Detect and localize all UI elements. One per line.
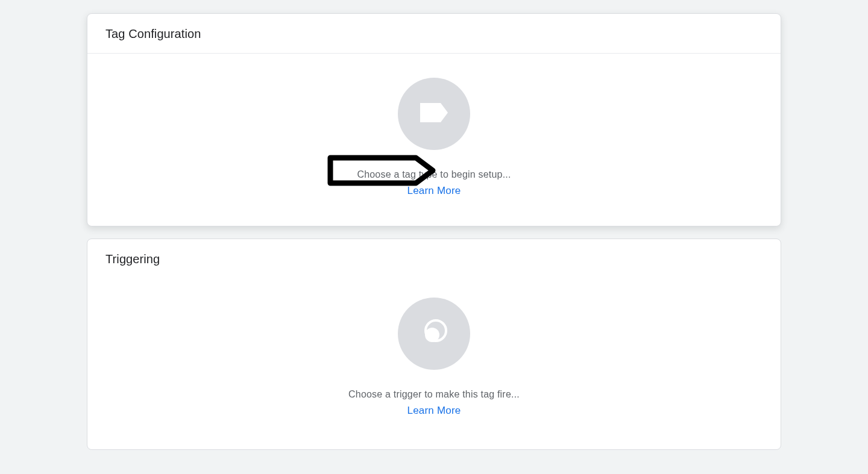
trigger-placeholder-circle bbox=[398, 298, 470, 370]
trigger-icon bbox=[419, 317, 449, 350]
triggering-body[interactable]: Choose a trigger to make this tag fire..… bbox=[87, 278, 781, 449]
tag-editor-container: Tag Configuration Choose a tag type to b… bbox=[87, 13, 781, 450]
tag-config-help-text: Choose a tag type to begin setup... bbox=[357, 169, 511, 180]
triggering-card: Triggering Choose a trigger to make this… bbox=[87, 239, 781, 450]
tag-configuration-card: Tag Configuration Choose a tag type to b… bbox=[87, 13, 781, 226]
tag-config-learn-more-link[interactable]: Learn More bbox=[407, 185, 461, 197]
tag-configuration-body[interactable]: Choose a tag type to begin setup... Lear… bbox=[87, 54, 781, 226]
triggering-title: Triggering bbox=[87, 239, 781, 278]
tag-icon bbox=[419, 102, 449, 126]
triggering-learn-more-link[interactable]: Learn More bbox=[407, 405, 461, 417]
svg-point-1 bbox=[425, 328, 439, 342]
tag-placeholder-circle bbox=[398, 78, 470, 150]
tag-configuration-title: Tag Configuration bbox=[87, 14, 781, 54]
triggering-help-text: Choose a trigger to make this tag fire..… bbox=[348, 389, 520, 400]
